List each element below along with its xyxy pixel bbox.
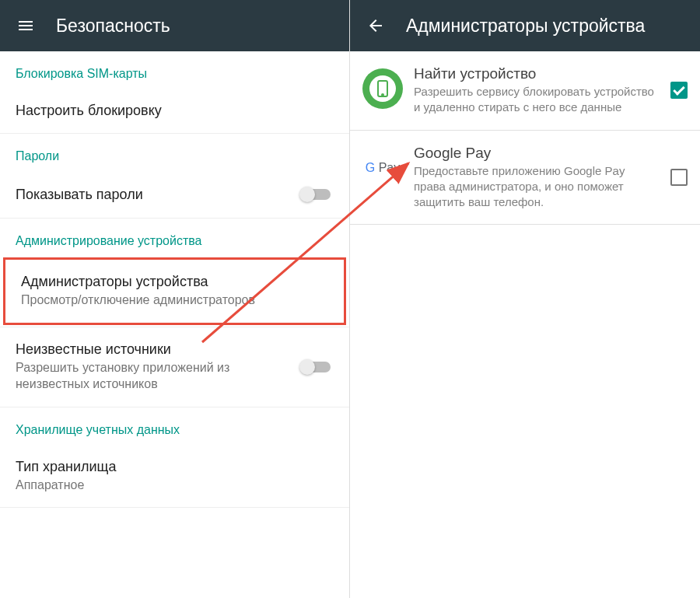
checkbox-google-pay[interactable] (670, 169, 688, 186)
item-configure-lock[interactable]: Настроить блокировку (0, 89, 349, 134)
item-label: Администраторы устройства (21, 274, 328, 290)
google-pay-icon: G Pay (362, 148, 403, 188)
security-settings-screen: Безопасность Блокировка SIM-карты Настро… (0, 0, 350, 598)
item-unknown-sources[interactable]: Неизвестные источники Разрешить установк… (0, 327, 349, 407)
section-credentials: Хранилище учетных данных (0, 407, 349, 445)
item-label: Неизвестные источники (16, 341, 290, 358)
find-device-icon (362, 68, 403, 109)
item-device-administrators[interactable]: Администраторы устройства Просмотр/отклю… (5, 260, 344, 323)
appbar-title: Безопасность (56, 16, 170, 37)
item-sublabel: Просмотр/отключение администраторов (21, 292, 328, 309)
admin-item-google-pay[interactable]: G Pay Google Pay Предоставьте приложению… (350, 131, 700, 226)
admin-item-title: Найти устройство (414, 65, 660, 82)
item-storage-type[interactable]: Тип хранилища Аппаратное (0, 445, 349, 509)
item-show-passwords[interactable]: Показывать пароли (0, 171, 349, 219)
device-admins-screen: Администраторы устройства Найти устройст… (350, 0, 700, 598)
admin-item-find-device[interactable]: Найти устройство Разрешить сервису блоки… (350, 51, 700, 131)
item-label: Показывать пароли (16, 187, 290, 203)
admin-item-title: Google Pay (414, 145, 660, 162)
item-label: Тип хранилища (16, 459, 334, 475)
item-sublabel: Разрешить установку приложений из неизве… (16, 359, 290, 393)
appbar-security: Безопасность (0, 0, 349, 51)
item-sublabel: Аппаратное (16, 477, 334, 494)
appbar-title: Администраторы устройства (406, 16, 645, 37)
section-sim-lock: Блокировка SIM-карты (0, 51, 349, 89)
menu-icon[interactable] (16, 16, 36, 36)
switch-unknown-sources[interactable] (299, 358, 334, 376)
checkbox-find-device[interactable] (670, 82, 688, 99)
admin-list: Найти устройство Разрешить сервису блоки… (350, 51, 700, 598)
item-label: Настроить блокировку (16, 103, 334, 119)
admin-item-desc: Разрешить сервису блокировать устройство… (414, 84, 660, 116)
security-content: Блокировка SIM-карты Настроить блокировк… (0, 51, 349, 598)
appbar-device-admins: Администраторы устройства (350, 0, 700, 51)
highlight-device-admins: Администраторы устройства Просмотр/отклю… (3, 257, 346, 325)
back-icon[interactable] (366, 16, 386, 36)
admin-item-desc: Предоставьте приложению Google Pay права… (414, 163, 660, 211)
section-device-admin: Администрирование устройства (0, 219, 349, 256)
switch-show-passwords[interactable] (299, 185, 334, 204)
section-passwords: Пароли (0, 134, 349, 171)
